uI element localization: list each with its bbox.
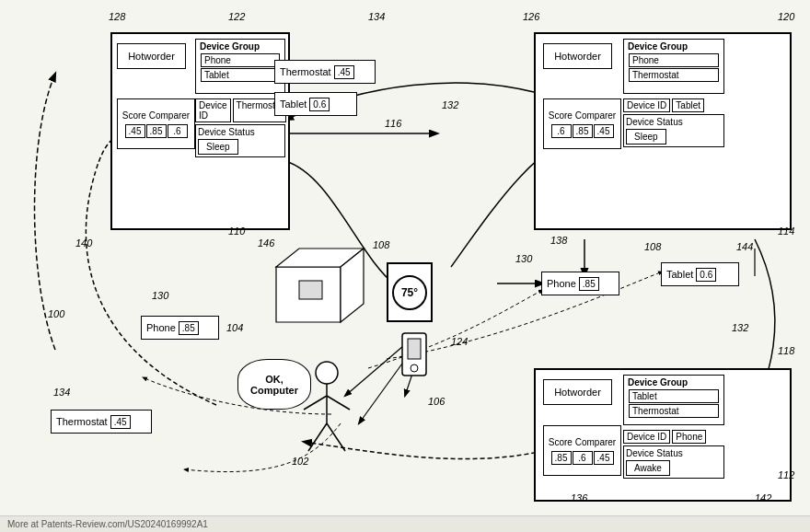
device-status-box-right: Device Status Sleep: [623, 114, 724, 147]
label-112: 112: [778, 469, 794, 480]
label-116: 116: [385, 118, 401, 129]
label-128: 128: [109, 11, 125, 22]
device-group-box-left: Device Group Phone Tablet: [195, 39, 285, 94]
phone-device-center: [400, 331, 428, 377]
label-106: 106: [428, 396, 445, 407]
device-thermostat-br: Thermostat: [629, 404, 719, 418]
label-142: 142: [755, 492, 771, 503]
temp-display: 75°: [392, 275, 427, 310]
tablet-label-right: Tablet: [666, 269, 693, 280]
device-phone-left: Phone: [201, 53, 280, 67]
score-2-left: .85: [146, 124, 167, 138]
score-row-left: .45 .85 .6: [125, 124, 188, 138]
svg-line-2: [304, 396, 327, 410]
device-group-box-right: Device Group Phone Thermostat: [623, 39, 724, 94]
device-status-val-br: Awake: [626, 460, 670, 476]
score-1-br: .85: [551, 451, 572, 465]
score-comparer-box-br: Score Comparer .85 .6 .45: [543, 425, 621, 476]
device-id-label-right: Device ID: [623, 98, 670, 112]
label-110-top: 110: [228, 226, 245, 237]
device-group-box-br: Device Group Tablet Thermostat: [623, 375, 724, 425]
label-134-b: 134: [53, 387, 70, 398]
diagram: Hotworder Device Group Phone Tablet Scor…: [0, 0, 810, 515]
score-2-br: .6: [573, 451, 593, 465]
svg-line-5: [327, 423, 345, 451]
score-3-right: .45: [594, 124, 614, 138]
device-status-val-left: Sleep: [198, 139, 238, 155]
svg-line-4: [308, 423, 327, 451]
score-comparer-box-left: Score Comparer .45 .85 .6: [117, 98, 195, 149]
label-130-l: 130: [152, 290, 168, 301]
label-120: 120: [778, 11, 794, 22]
hotworder-label-right: Hotworder: [554, 51, 601, 62]
label-100: 100: [48, 308, 64, 319]
thermostat-box-bottom: Thermostat .45: [51, 410, 152, 434]
label-136: 136: [571, 492, 587, 503]
phone-box-left: Phone .85: [141, 316, 219, 340]
device-status-label-left: Device Status: [198, 127, 283, 137]
phone-box-center: Phone .85: [541, 272, 619, 295]
label-122: 122: [228, 11, 245, 22]
score-1-right: .6: [551, 124, 572, 138]
group-box-bottom-right: Hotworder Device Group Tablet Thermostat…: [534, 368, 792, 502]
device-status-label-right: Device Status: [626, 117, 722, 127]
device-group-title-right: Device Group: [628, 41, 720, 52]
svg-rect-11: [408, 339, 421, 359]
score-3-br: .45: [594, 451, 614, 465]
tablet-val-right: 0.6: [696, 268, 716, 282]
label-104: 104: [226, 322, 243, 333]
device-tablet-br: Tablet: [629, 389, 719, 403]
thermostat-val-bottom: .45: [110, 415, 131, 429]
device-id-val-right: Tablet: [672, 98, 704, 112]
label-118: 118: [778, 345, 794, 356]
score-1-left: .45: [125, 124, 145, 138]
footer-bar: More at Patents-Review.com/US20240169992…: [0, 515, 810, 532]
device-group-title-br: Device Group: [628, 377, 720, 387]
phone-label-center: Phone: [547, 278, 576, 289]
device-thermostat-right: Thermostat: [629, 68, 719, 82]
svg-point-12: [411, 364, 418, 372]
device-status-box-br: Device Status Awake: [623, 445, 724, 479]
score-comparer-label-right: Score Comparer: [549, 110, 616, 121]
svg-point-0: [316, 362, 338, 384]
score-comparer-label-left: Score Comparer: [122, 110, 190, 121]
device-phone-right: Phone: [629, 53, 719, 67]
device-status-val-right: Sleep: [626, 129, 666, 145]
phone-label-left: Phone: [146, 322, 176, 333]
label-140: 140: [75, 237, 92, 249]
device-group-title-left: Device Group: [200, 41, 281, 52]
device-status-label-br: Device Status: [626, 448, 722, 458]
label-108-c: 108: [373, 239, 389, 250]
svg-rect-9: [299, 281, 322, 299]
group-box-top-right: Hotworder Device Group Phone Thermostat …: [534, 32, 792, 230]
device-status-box-left: Device Status Sleep: [195, 124, 285, 157]
tablet-val-top: 0.6: [309, 98, 330, 111]
label-114: 114: [778, 226, 794, 237]
group-box-top-left: Hotworder Device Group Phone Tablet Scor…: [110, 32, 290, 230]
tablet-label-top: Tablet: [280, 98, 307, 110]
person-figure: [290, 359, 364, 469]
hotworder-box-left: Hotworder: [117, 43, 186, 69]
label-138: 138: [550, 235, 567, 246]
thermostat-label-top: Thermostat: [280, 66, 331, 77]
label-132-arrow: 132: [442, 99, 458, 110]
device-tablet-left: Tablet: [201, 68, 280, 82]
svg-line-3: [327, 396, 350, 410]
footer-text: More at Patents-Review.com/US20240169992…: [7, 519, 208, 529]
thermostat-label-bottom: Thermostat: [56, 416, 108, 427]
score-2-right: .85: [573, 124, 593, 138]
score-3-left: .6: [168, 124, 188, 138]
thermostat-val-top: .45: [334, 65, 354, 79]
label-102: 102: [292, 456, 308, 467]
score-comparer-label-br: Score Comparer: [549, 437, 616, 447]
label-126: 126: [523, 11, 539, 22]
score-row-right: .6 .85 .45: [551, 124, 614, 138]
hotworder-box-right: Hotworder: [543, 43, 612, 69]
device-id-label-br: Device ID: [623, 430, 670, 444]
score-row-br: .85 .6 .45: [551, 451, 614, 465]
label-108-r: 108: [644, 241, 661, 252]
score-comparer-box-right: Score Comparer .6 .85 .45: [543, 98, 621, 149]
thermostat-box-top: Thermostat .45: [274, 60, 376, 84]
phone-val-left: .85: [179, 321, 199, 335]
hotworder-label-left: Hotworder: [128, 51, 175, 62]
